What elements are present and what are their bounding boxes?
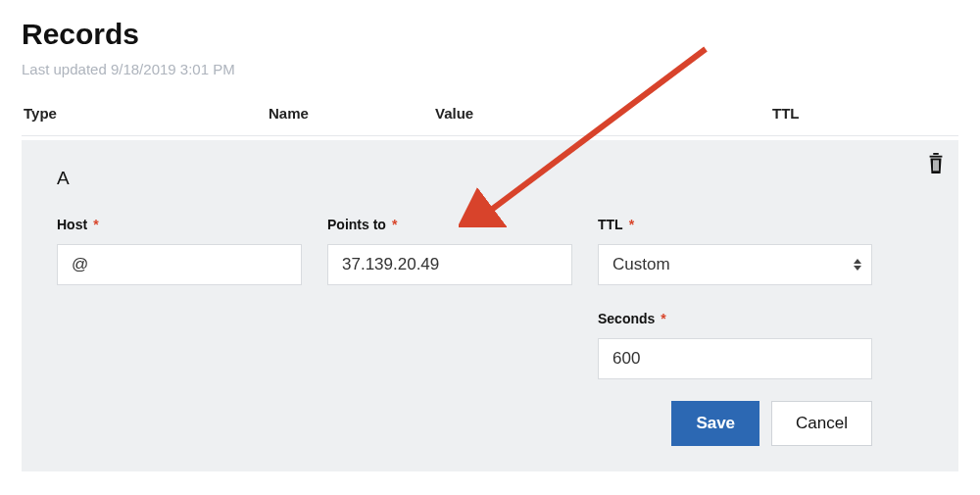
trash-icon — [925, 152, 947, 175]
required-marker: * — [629, 217, 634, 232]
ttl-label: TTL * — [598, 217, 872, 232]
svg-rect-1 — [933, 153, 939, 155]
record-type: A — [57, 168, 923, 189]
save-button[interactable]: Save — [671, 401, 760, 446]
cancel-button[interactable]: Cancel — [771, 401, 872, 446]
svg-rect-2 — [933, 160, 934, 171]
last-updated-ts: 9/18/2019 3:01 PM — [111, 61, 235, 77]
ttl-select[interactable]: Custom — [598, 244, 872, 285]
host-label: Host * — [57, 217, 302, 232]
host-input[interactable]: @ — [57, 244, 302, 285]
record-card: A Host * @ Points to * 37.139.20.49 TTL — [22, 140, 958, 471]
col-type: Type — [22, 105, 269, 122]
select-caret-icon — [854, 259, 861, 271]
points-to-label: Points to * — [327, 217, 572, 232]
ttl-selected-value: Custom — [612, 255, 670, 273]
col-value: Value — [435, 105, 772, 122]
ttl-label-text: TTL — [598, 217, 623, 232]
svg-rect-3 — [935, 160, 936, 171]
last-updated-prefix: Last updated — [22, 61, 111, 77]
seconds-input[interactable]: 600 — [598, 338, 872, 379]
points-to-input[interactable]: 37.139.20.49 — [327, 244, 572, 285]
required-marker: * — [392, 217, 397, 232]
col-ttl: TTL — [772, 105, 958, 122]
delete-record-button[interactable] — [925, 152, 947, 179]
svg-rect-0 — [930, 156, 943, 158]
page-title: Records — [22, 18, 958, 51]
host-label-text: Host — [57, 217, 87, 232]
required-marker: * — [661, 311, 665, 326]
seconds-label: Seconds * — [598, 311, 872, 326]
svg-rect-4 — [937, 160, 938, 171]
last-updated: Last updated 9/18/2019 3:01 PM — [22, 61, 958, 77]
points-to-label-text: Points to — [327, 217, 386, 232]
required-marker: * — [93, 217, 98, 232]
table-header: Type Name Value TTL — [22, 99, 958, 136]
col-name: Name — [269, 105, 435, 122]
seconds-label-text: Seconds — [598, 311, 655, 326]
